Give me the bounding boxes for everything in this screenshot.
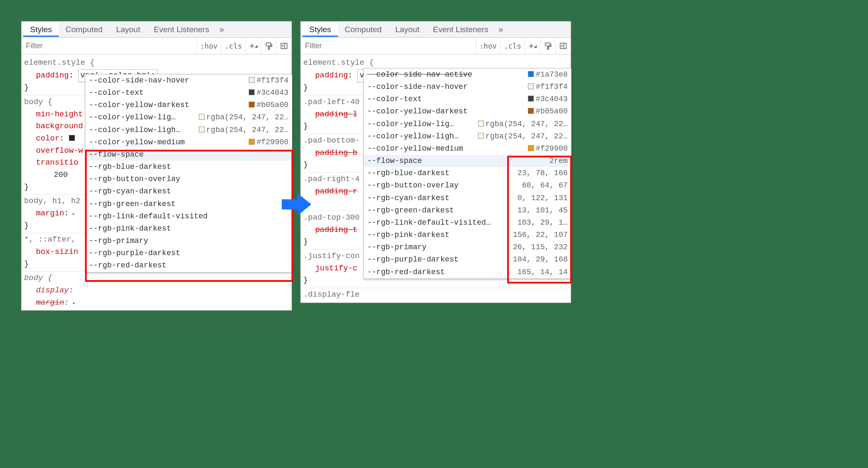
autocomplete-item[interactable]: --rgb-pink-darkest156, 22, 107 [364,229,571,241]
autocomplete-item[interactable]: --color-yellow-medium#f29900 [85,136,292,149]
prop-name[interactable]: box-sizin [24,248,78,256]
cls-toggle[interactable]: .cls [500,38,525,54]
tab-computed[interactable]: Computed [59,22,110,37]
tab-layout[interactable]: Layout [388,22,426,37]
var-value: #f29900 [528,143,568,155]
autocomplete-item[interactable]: --color-yellow-ligh…rgba(254, 247, 22… [85,124,292,136]
tab-event-listeners[interactable]: Event Listeners [147,22,216,37]
autocomplete-item[interactable]: --rgb-button-overlay60, 64, 67 [364,179,571,192]
var-name: --rgb-red-darkest [89,259,288,272]
paint-icon[interactable] [540,38,555,54]
autocomplete-item[interactable]: --rgb-link-default-visited [85,210,292,223]
autocomplete-item[interactable]: --color-side-nav-hover#f1f3f4 [85,74,292,87]
autocomplete-item[interactable]: --color-yellow-lig…rgba(254, 247, 22… [85,111,292,124]
autocomplete-item[interactable]: --rgb-purple-darkest [85,247,292,259]
prop-name[interactable]: margin [24,209,64,218]
rule-body-ua[interactable]: body { display: margin: ▸ [22,272,291,310]
color-swatch[interactable] [69,135,75,141]
var-name: --rgb-pink-darkest [89,223,288,235]
var-value: 60, 64, 67 [522,179,568,192]
autocomplete-item[interactable]: --rgb-primary26, 115, 232 [364,241,571,253]
tabs-overflow-icon[interactable]: » [216,25,227,34]
prop-name[interactable]: padding-b [303,149,357,157]
tab-layout[interactable]: Layout [109,22,147,37]
styles-toolbar: :hov .cls +◢ [301,38,571,55]
var-name: --rgb-primary [367,241,513,253]
autocomplete-item[interactable]: --rgb-button-overlay [85,173,292,185]
autocomplete-item[interactable]: --rgb-green-darkest13, 101, 45 [364,204,571,217]
tab-event-listeners[interactable]: Event Listeners [426,22,495,37]
tab-strip: Styles Computed Layout Event Listeners » [22,22,291,38]
var-name: --color-yellow-lig… [367,118,478,130]
prop-name[interactable]: color [24,134,60,143]
prop-name[interactable]: padding [303,71,348,80]
var-value: 0, 122, 131 [517,192,568,204]
prop-name[interactable]: padding-t [303,226,357,234]
autocomplete-item[interactable]: --rgb-red-darkest165, 14, 14 [364,266,571,278]
tab-computed[interactable]: Computed [338,22,389,37]
autocomplete-item[interactable]: --flow-space2rem [364,155,571,167]
prop-name[interactable]: transitio [24,158,78,167]
autocomplete-item[interactable]: color side nav active#1a73e8 [364,69,571,81]
var-value: 104, 29, 168 [513,253,568,266]
tabs-overflow-icon[interactable]: » [495,25,506,34]
autocomplete-item[interactable]: --flow-space [85,149,292,161]
svg-rect-5 [545,43,550,46]
prop-name[interactable]: min-height [24,110,83,119]
tab-styles[interactable]: Styles [23,22,59,37]
autocomplete-item[interactable]: --color-side-nav-hover#f1f3f4 [364,81,571,93]
var-name: --color-yellow-medium [89,136,249,149]
hov-toggle[interactable]: :hov [475,38,500,54]
selector-text: element.style { [303,57,568,69]
new-rule-button[interactable]: +◢ [245,38,261,54]
var-value: 13, 101, 45 [517,204,568,217]
filter-input[interactable] [301,39,475,53]
autocomplete-item[interactable]: --color-yellow-darkest#b05a00 [364,105,571,118]
prop-name[interactable]: overflow-w [24,146,83,155]
autocomplete-item[interactable]: --color-text#3c4043 [85,87,292,99]
autocomplete-item[interactable]: --rgb-link-default-visited…103, 29, 1… [364,217,571,229]
rules-list: element.style { padding: var(--color-bg)… [301,55,571,303]
var-name: --rgb-cyan-darkest [89,185,288,198]
autocomplete-popup[interactable]: color side nav active#1a73e8 --color-sid… [363,68,571,279]
autocomplete-item[interactable]: --rgb-cyan-darkest [85,185,292,198]
toggle-sidebar-icon[interactable] [276,38,291,54]
var-name: --flow-space [89,149,288,161]
autocomplete-popup[interactable]: --color-side-nav-hover#f1f3f4--color-tex… [85,74,292,273]
autocomplete-item[interactable]: --rgb-purple-darkest104, 29, 168 [364,253,571,266]
tab-styles[interactable]: Styles [302,22,338,37]
var-name: --rgb-purple-darkest [89,247,288,259]
prop-name[interactable]: padding-l [303,110,357,119]
styles-toolbar: :hov .cls +◢ [22,38,291,55]
var-value: #b05a00 [249,99,288,111]
autocomplete-item[interactable]: --rgb-blue-darkest [85,161,292,173]
autocomplete-item[interactable]: --color-yellow-medium#f29900 [364,143,571,155]
prop-name[interactable]: background [24,122,83,131]
var-value: rgba(254, 247, 22… [478,118,568,130]
var-value: 165, 14, 14 [517,266,568,278]
autocomplete-item[interactable]: --color-yellow-darkest#b05a00 [85,99,292,111]
var-name: --rgb-button-overlay [89,173,288,185]
prop-name[interactable]: justify-c [303,264,357,273]
autocomplete-item[interactable]: --rgb-green-darkest [85,198,292,210]
filter-input[interactable] [22,39,196,53]
prop-name[interactable]: padding [24,71,69,80]
autocomplete-item[interactable]: --color-yellow-ligh…rgba(254, 247, 22… [364,130,571,143]
rule[interactable]: .display-fle [301,288,571,303]
autocomplete-item[interactable]: --color-yellow-lig…rgba(254, 247, 22… [364,118,571,130]
autocomplete-item[interactable]: --rgb-primary [85,235,292,247]
autocomplete-item[interactable]: --rgb-blue-darkest23, 78, 166 [364,167,571,179]
autocomplete-item[interactable]: --rgb-cyan-darkest0, 122, 131 [364,192,571,204]
autocomplete-item[interactable]: --rgb-red-darkest [85,259,292,272]
new-rule-button[interactable]: +◢ [525,38,540,54]
autocomplete-item[interactable]: --color-text#3c4043 [364,93,571,105]
toggle-sidebar-icon[interactable] [555,38,571,54]
selector-text: .display-fle [303,289,568,301]
selector-text: body { [24,273,289,285]
autocomplete-item[interactable]: --rgb-pink-darkest [85,223,292,235]
hov-toggle[interactable]: :hov [196,38,221,54]
paint-icon[interactable] [261,38,276,54]
var-name: --rgb-green-darkest [89,198,288,210]
cls-toggle[interactable]: .cls [221,38,245,54]
var-value: #f1f3f4 [249,74,288,87]
